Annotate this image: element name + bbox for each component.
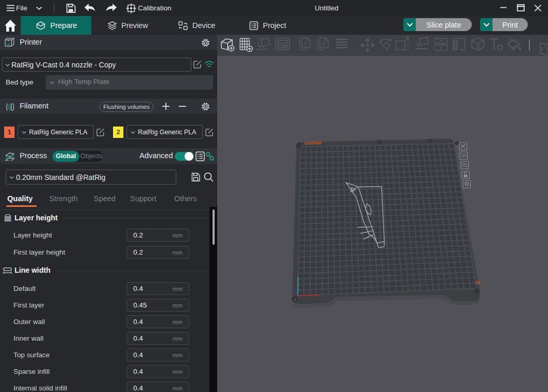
svg-text:0: 0 [304,41,307,47]
svg-text:P: P [322,41,326,47]
svg-text:01: 01 [475,280,481,285]
svg-text:AUTO: AUTO [257,37,264,40]
svg-text:Untitled: Untitled [304,140,321,146]
